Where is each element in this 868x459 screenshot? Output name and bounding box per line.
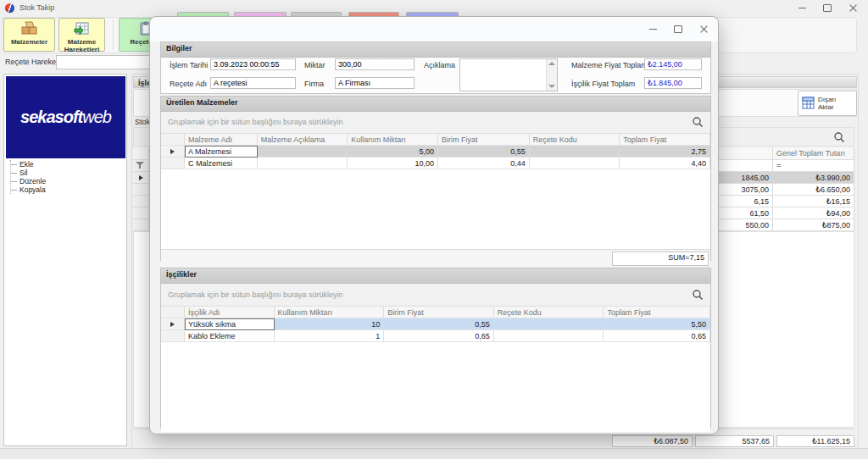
cell-kullanim-miktari[interactable]: 1 — [275, 330, 385, 342]
tree-item-kopyala[interactable]: Kopyala — [11, 185, 120, 194]
cell-malzeme-aciklama[interactable] — [258, 158, 348, 169]
iscilikler-section: İşçilikler Gruplamak için bir sütun başl… — [160, 268, 711, 429]
labors-header-row: İşçilik Adı Kullanım Miktarı Birim Fiyat… — [161, 307, 710, 318]
column-header[interactable]: Toplam Fiyat — [604, 307, 710, 318]
malzeme-fiyat-toplam-input[interactable] — [644, 58, 702, 70]
status-bar — [0, 448, 868, 459]
toolbar-button-malzemeler[interactable]: Malzemeler — [3, 18, 55, 52]
cell-birim-fiyat[interactable]: 0,65 — [384, 330, 494, 342]
cell-birim-fiyat[interactable]: 0,55 — [384, 318, 494, 330]
recete-adi-input[interactable] — [210, 77, 296, 89]
labors-row[interactable]: Kablo Ekleme 1 0,65 0,65 — [161, 330, 710, 342]
footer-total-middle: 5537,65 — [695, 435, 774, 447]
cell-malzeme-adi[interactable]: A Malzemesi — [185, 146, 258, 158]
firma-label: Firma — [304, 80, 324, 88]
dialog-close-button[interactable] — [694, 22, 713, 36]
cell-malzeme-aciklama[interactable] — [258, 146, 348, 158]
cell-recete-kodu[interactable] — [530, 146, 620, 158]
column-header[interactable]: Malzeme Adı — [185, 134, 258, 146]
cell-toplam-fiyat[interactable]: 5,50 — [604, 318, 710, 330]
materials-row[interactable]: C Malzemesi 10,00 0,44 4,40 — [161, 158, 710, 169]
window-minimize-button[interactable] — [790, 0, 814, 16]
search-icon[interactable] — [692, 116, 704, 128]
uretilen-malzemeler-caption: Üretilen Malzemeler — [161, 97, 710, 112]
column-header[interactable]: Birim Fiyat — [438, 134, 530, 146]
recete-dialog: Bilgiler İşlem Tarihi Reçete Adı Miktar … — [149, 16, 719, 434]
islem-tarihi-input[interactable] — [210, 58, 296, 70]
column-header[interactable]: Malzeme Açıklama — [258, 134, 348, 146]
tree-item-ekle[interactable]: Ekle — [11, 160, 120, 169]
cell-birim-fiyat[interactable]: 0,44 — [438, 158, 530, 169]
logo-text-bold: sekasoft — [20, 108, 82, 126]
labors-group-panel[interactable]: Gruplamak için bir sütun başlığını buray… — [161, 284, 710, 307]
materials-group-panel[interactable]: Gruplamak için bir sütun başlığını buray… — [161, 112, 710, 134]
cell-genel-toplam[interactable]: ₺3.990,00 — [773, 172, 854, 184]
materials-header-row: Malzeme Adı Malzeme Açıklama Kullanım Mi… — [161, 134, 710, 146]
dialog-maximize-button[interactable] — [669, 22, 687, 36]
firma-input[interactable] — [335, 77, 415, 89]
column-header[interactable]: İşçilik Adı — [185, 307, 275, 318]
cell-iscilik-adi[interactable]: Kablo Ekleme — [185, 330, 275, 342]
cell-genel-toplam[interactable]: ₺6.650,00 — [773, 184, 854, 196]
selected-row-marker-icon — [161, 146, 185, 158]
cell-toplam-fiyat[interactable]: 2,75 — [620, 146, 710, 158]
tree-item-duzenle[interactable]: Düzenle — [11, 177, 120, 185]
filter-operator[interactable]: = — [773, 160, 854, 172]
materials-row[interactable]: A Malzemesi 5,00 0,55 2,75 — [161, 146, 710, 158]
column-header[interactable]: Kullanım Miktarı — [348, 134, 438, 146]
iscilik-fiyat-toplam-input[interactable] — [644, 77, 702, 89]
column-header[interactable]: Reçete Kodu — [494, 307, 604, 318]
window-close-button[interactable] — [841, 0, 865, 16]
spreadsheet-icon — [74, 21, 91, 37]
cell-kullanim-miktari[interactable]: 5,00 — [348, 146, 438, 158]
cell-iscilik-adi[interactable]: Yüksük sıkma — [185, 318, 275, 330]
tree-item-sil[interactable]: Sil — [11, 169, 120, 177]
action-tree: Ekle Sil Düzenle Kopyala — [10, 160, 120, 194]
window-maximize-button[interactable] — [815, 0, 839, 16]
iscilikler-caption: İşçilikler — [161, 268, 710, 284]
cell-kullanim-miktari[interactable]: 10,00 — [348, 158, 438, 169]
textarea-scrollbar[interactable] — [546, 59, 557, 91]
islem-tarihi-label: İşlem Tarihi — [170, 61, 208, 69]
window-title: Stok Takip — [19, 3, 54, 12]
cell-recete-kodu[interactable] — [494, 330, 604, 342]
cell-genel-toplam[interactable]: ₺875,00 — [773, 219, 854, 231]
scroll-up-icon[interactable] — [548, 62, 555, 65]
labors-row[interactable]: Yüksük sıkma 10 0,55 5,50 — [161, 318, 710, 330]
column-header[interactable]: Toplam Fiyat — [620, 134, 710, 146]
cell-genel-toplam[interactable]: ₺94,00 — [773, 207, 854, 219]
scroll-down-icon[interactable] — [548, 85, 555, 88]
column-header[interactable]: Kullanım Miktarı — [275, 307, 385, 318]
malzeme-fiyat-toplam-label: Malzeme Fiyat Toplam — [571, 61, 648, 69]
materials-footer: SUM=7,15 — [161, 249, 710, 267]
search-icon[interactable] — [692, 289, 704, 301]
cell-birim-fiyat[interactable]: 0,55 — [438, 146, 530, 158]
bilgiler-section: Bilgiler İşlem Tarihi Reçete Adı Miktar … — [160, 41, 711, 94]
cell-recete-kodu[interactable] — [530, 158, 620, 169]
cell-toplam-fiyat[interactable]: 0,65 — [604, 330, 710, 342]
filter-funnel-icon[interactable] — [133, 160, 149, 172]
column-header[interactable]: Birim Fiyat — [384, 307, 494, 318]
cell-toplam-fiyat[interactable]: 4,40 — [620, 158, 710, 169]
export-table-icon — [802, 97, 815, 111]
labors-grid-empty-area — [161, 342, 710, 432]
dialog-titlebar — [150, 17, 718, 41]
search-icon[interactable] — [833, 131, 845, 143]
dialog-minimize-button[interactable] — [643, 22, 662, 36]
cell-malzeme-adi[interactable]: C Malzemesi — [185, 158, 258, 169]
cell-genel-toplam[interactable]: ₺16,15 — [773, 196, 854, 207]
column-header[interactable]: Reçete Kodu — [530, 134, 620, 146]
materials-grid: Malzeme Adı Malzeme Açıklama Kullanım Mi… — [161, 134, 710, 249]
cell-kullanim-miktari[interactable]: 10 — [275, 318, 385, 330]
materials-grid-empty-area — [161, 169, 710, 249]
footer-total-genel: ₺11.625,15 — [776, 435, 854, 447]
sekasoftweb-logo: sekasoftweb — [6, 76, 125, 158]
miktar-input[interactable] — [335, 58, 415, 70]
toolbar-button-label: Malzeme Hareketleri — [59, 38, 104, 53]
aciklama-textarea[interactable] — [459, 58, 558, 91]
column-header-genel-toplam[interactable]: Genel Toplam Tutarı — [773, 147, 854, 160]
cell-recete-kodu[interactable] — [494, 318, 604, 330]
toolbar-button-malzeme-hareketleri[interactable]: Malzeme Hareketleri — [58, 18, 105, 52]
export-button-label: Dışarı Aktar — [818, 96, 845, 111]
export-button[interactable]: Dışarı Aktar — [798, 91, 857, 116]
